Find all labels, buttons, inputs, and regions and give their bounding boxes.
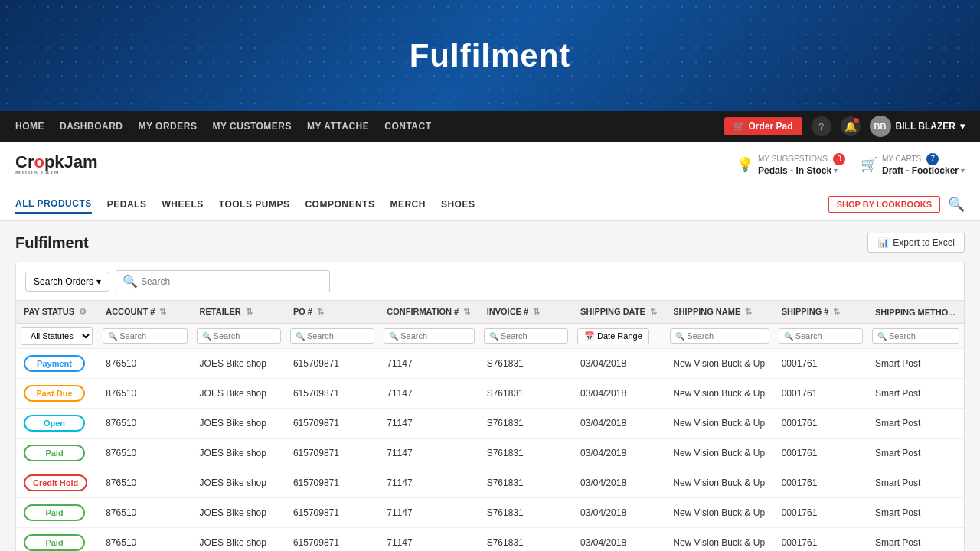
filter-shipping-date: 📅 Date Range (573, 324, 665, 349)
table-row[interactable]: Paid 876510 JOES Bike shop 615709871 711… (16, 528, 964, 552)
cell-po: 615709871 (286, 409, 379, 439)
chevron-down-icon: ▾ (96, 276, 101, 287)
notifications-icon[interactable]: 🔔 (841, 116, 861, 136)
help-icon[interactable]: ? (812, 116, 831, 136)
invoice-filter-input[interactable] (501, 331, 562, 341)
cat-pedals[interactable]: PEDALS (107, 196, 147, 213)
nav-home[interactable]: HOME (15, 121, 44, 132)
status-badge: Open (24, 415, 85, 432)
search-orders-button[interactable]: Search Orders ▾ (25, 272, 109, 292)
cell-shipping-num: 0001761 (774, 468, 867, 498)
cat-merch[interactable]: MERCH (390, 196, 426, 213)
cell-confirmation: 71147 (379, 468, 479, 498)
table-row[interactable]: Credit Hold 876510 JOES Bike shop 615709… (16, 468, 964, 498)
cat-components[interactable]: COMPONENTS (305, 196, 374, 213)
page-title: Fulfilment (15, 234, 89, 252)
lightbulb-icon: 💡 (737, 156, 753, 173)
cell-account: 876510 (98, 409, 191, 439)
suggestions-info: MY SUGGESTIONS 3 Pedals - In Stock ▾ (758, 153, 845, 176)
carts-block[interactable]: 🛒 MY CARTS 7 Draft - Footlocker ▾ (861, 153, 965, 176)
col-shipping-date: SHIPPING DATE ⇅ (573, 301, 665, 324)
cell-retailer: JOES Bike shop (192, 349, 286, 379)
search-icon: 🔍 (122, 274, 138, 289)
hero-title: Fulfilment (410, 37, 571, 74)
cell-po: 615709871 (286, 498, 379, 528)
table-row[interactable]: Payment 876510 JOES Bike shop 615709871 … (16, 349, 964, 379)
table-row[interactable]: Past Due 876510 JOES Bike shop 615709871… (16, 379, 964, 409)
search-icon: 🔍 (202, 332, 211, 341)
cell-shipping-num: 0001761 (774, 379, 867, 409)
cell-account: 876510 (98, 439, 191, 468)
po-filter-input[interactable] (307, 331, 368, 341)
col-po: PO # ⇅ (286, 301, 379, 324)
account-filter-input[interactable] (119, 331, 181, 341)
sort-icon: ⇅ (463, 307, 470, 316)
search-icon[interactable]: 🔍 (948, 196, 965, 213)
top-nav-left: HOME DASHBOARD MY ORDERS MY CUSTOMERS MY… (15, 121, 432, 132)
nav-my-attache[interactable]: MY ATTACHE (307, 121, 369, 132)
table-row[interactable]: Open 876510 JOES Bike shop 615709871 711… (16, 409, 964, 439)
cat-tools-pumps[interactable]: TOOLS PUMPS (219, 196, 290, 213)
cell-pay-status: Paid (16, 528, 98, 552)
shop-by-lookbooks-button[interactable]: SHOP BY LOOKBOOKS (828, 196, 940, 213)
page-header: Fulfilment 📊 Export to Excel (15, 233, 965, 253)
cell-pay-status: Open (16, 409, 98, 439)
nav-my-customers[interactable]: MY CUSTOMERS (212, 121, 292, 132)
col-account: ACCOUNT # ⇅ (98, 301, 191, 324)
filter-account: 🔍 (98, 324, 191, 349)
cell-invoice: S761831 (479, 379, 573, 409)
top-navigation: HOME DASHBOARD MY ORDERS MY CUSTOMERS MY… (0, 111, 980, 142)
nav-dashboard[interactable]: DASHBOARD (60, 121, 123, 132)
cell-account: 876510 (98, 528, 191, 552)
cat-wheels[interactable]: WHEELS (162, 196, 203, 213)
cell-shipping-method: Smart Post (867, 379, 964, 409)
cell-account: 876510 (98, 349, 191, 379)
cell-shipping-date: 03/04/2018 (573, 349, 665, 379)
cell-invoice: S761831 (479, 528, 573, 552)
col-shipping-num: SHIPPING # ⇅ (774, 301, 867, 324)
cell-invoice: S761831 (479, 439, 573, 468)
table-row[interactable]: Paid 876510 JOES Bike shop 615709871 711… (16, 498, 964, 528)
search-input[interactable] (141, 276, 323, 287)
filter-confirmation: 🔍 (379, 324, 479, 349)
cell-shipping-num: 0001761 (774, 409, 867, 439)
pay-status-filter[interactable]: All Statutes (21, 327, 93, 345)
order-pad-button[interactable]: 🛒 Order Pad (724, 117, 802, 135)
nav-contact[interactable]: CONTACT (384, 121, 431, 132)
cell-po: 615709871 (286, 439, 379, 468)
search-icon: 🔍 (389, 332, 398, 341)
cell-retailer: JOES Bike shop (192, 379, 286, 409)
retailer-filter-input[interactable] (214, 331, 275, 341)
cell-retailer: JOES Bike shop (192, 468, 286, 498)
cell-retailer: JOES Bike shop (192, 528, 286, 552)
cell-po: 615709871 (286, 528, 379, 552)
date-range-button[interactable]: 📅 Date Range (577, 328, 649, 344)
filter-po: 🔍 (286, 324, 379, 349)
cell-confirmation: 71147 (379, 498, 479, 528)
shipping-num-filter-input[interactable] (795, 331, 857, 341)
logo[interactable]: CropkJam MOUNTAIN (15, 152, 98, 176)
search-icon: 🔍 (489, 332, 498, 341)
cell-account: 876510 (98, 498, 191, 528)
cell-shipping-name: New Vision Buck & Up (665, 349, 773, 379)
filter-invoice: 🔍 (479, 324, 573, 349)
shipping-method-filter-input[interactable] (889, 331, 950, 341)
user-menu[interactable]: BB BILL BLAZER ▾ (870, 116, 965, 137)
confirmation-filter-input[interactable] (400, 331, 462, 341)
fulfilment-table-container: Search Orders ▾ 🔍 PAY STATUS ⚙ ACCOUNT # (15, 262, 965, 551)
cell-pay-status: Paid (16, 439, 98, 468)
cat-all-products[interactable]: ALL PRODUCTS (15, 195, 92, 214)
cell-invoice: S761831 (479, 468, 573, 498)
suggestions-block[interactable]: 💡 MY SUGGESTIONS 3 Pedals - In Stock ▾ (737, 153, 845, 176)
main-content: Fulfilment 📊 Export to Excel Search Orde… (0, 221, 980, 551)
search-icon: 🔍 (877, 332, 887, 341)
sort-icon: ⇅ (159, 307, 166, 316)
status-badge: Paid (24, 504, 85, 521)
chevron-down-icon: ▾ (961, 166, 965, 174)
search-input-wrap: 🔍 (116, 270, 330, 292)
cat-shoes[interactable]: SHOES (441, 196, 475, 213)
export-to-excel-button[interactable]: 📊 Export to Excel (867, 233, 965, 253)
table-row[interactable]: Paid 876510 JOES Bike shop 615709871 711… (16, 439, 964, 468)
nav-my-orders[interactable]: MY ORDERS (139, 121, 198, 132)
shipping-name-filter-input[interactable] (687, 331, 748, 341)
